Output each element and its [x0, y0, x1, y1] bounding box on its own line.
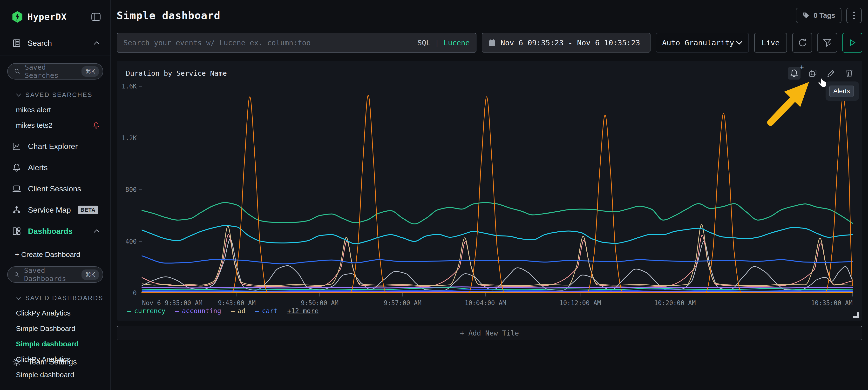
lucene-toggle[interactable]: Lucene: [444, 39, 470, 47]
svg-text:800: 800: [125, 186, 137, 193]
query-language-toggle: SQL | Lucene: [417, 39, 470, 47]
duplicate-tile-button[interactable]: [807, 67, 819, 79]
chevron-up-icon: [94, 229, 100, 233]
svg-text:1.6K: 1.6K: [122, 83, 137, 90]
sidebar: HyperDX Search Saved Searches ⌘K SAVED S…: [0, 0, 111, 390]
sidebar-collapse-icon[interactable]: [91, 12, 101, 21]
time-range-picker[interactable]: Nov 6 09:35:23 - Nov 6 10:35:23: [482, 33, 651, 53]
legend-item[interactable]: —currency: [127, 307, 165, 315]
add-new-tile-label: + Add New Tile: [460, 329, 519, 337]
edit-tile-button[interactable]: [825, 67, 837, 79]
saved-dashboard-item[interactable]: Simple Dashboard: [0, 324, 111, 333]
dashboard-label: Simple dashboard: [16, 371, 74, 379]
refresh-icon: [797, 38, 807, 47]
saved-searches-section[interactable]: SAVED SEARCHES: [0, 91, 111, 99]
saved-dashboards-input[interactable]: Saved Dashboards ⌘K: [7, 266, 103, 283]
chevron-down-icon: [16, 296, 21, 300]
nav-label: Client Sessions: [28, 185, 81, 193]
tile-title: Duration by Service Name: [126, 69, 227, 77]
saved-search-label: mikes tets2: [16, 121, 53, 129]
journal-search-icon: [12, 39, 21, 48]
chart-explorer-icon: [12, 142, 21, 151]
granularity-value: Auto Granularity: [662, 38, 734, 47]
sidebar-item-service-map[interactable]: Service Map BETA: [0, 199, 111, 221]
svg-text:9:43:00 AM: 9:43:00 AM: [218, 299, 256, 306]
sidebar-item-dashboards[interactable]: Dashboards: [0, 221, 111, 242]
brand-name: HyperDX: [28, 12, 67, 22]
live-button[interactable]: Live: [754, 33, 787, 53]
granularity-select[interactable]: Auto Granularity: [656, 33, 749, 53]
dashboard-menu-button[interactable]: [846, 8, 862, 23]
chevron-up-icon: [94, 41, 100, 45]
tag-icon: [802, 11, 810, 19]
tile-resize-handle[interactable]: [853, 313, 859, 318]
gear-icon: [12, 357, 21, 366]
saved-search-label: mikes alert: [16, 106, 51, 114]
section-label-text: SAVED SEARCHES: [25, 91, 92, 99]
legend-more-link[interactable]: +12 more: [287, 307, 318, 315]
saved-searches-input[interactable]: Saved Searches ⌘K: [7, 63, 103, 79]
toolbar: Search your events w/ Lucene ex. column:…: [117, 33, 862, 53]
dashboard-label: Simple Dashboard: [16, 324, 75, 333]
shortcut-badge: ⌘K: [82, 269, 99, 280]
create-alert-button[interactable]: +: [788, 67, 801, 79]
svg-text:1.2K: 1.2K: [122, 134, 137, 142]
saved-dashboards-section[interactable]: SAVED DASHBOARDS: [0, 294, 111, 302]
sidebar-item-team-settings[interactable]: Team Settings: [12, 357, 77, 366]
chevron-down-icon: [16, 93, 21, 97]
dashboard-header: Simple dashboard 0 Tags: [111, 0, 868, 23]
event-search-input[interactable]: Search your events w/ Lucene ex. column:…: [117, 33, 476, 53]
legend-item[interactable]: —accounting: [175, 307, 221, 315]
alerts-tooltip-label[interactable]: Alerts: [830, 86, 854, 97]
tile-actions: +: [788, 67, 855, 79]
legend-item[interactable]: —ad: [231, 307, 245, 315]
page-title: Simple dashboard: [117, 9, 220, 22]
delete-tile-button[interactable]: [843, 67, 855, 79]
add-new-tile-button[interactable]: + Add New Tile: [117, 326, 862, 340]
sidebar-item-alerts[interactable]: Alerts: [0, 157, 111, 178]
calendar-icon: [489, 39, 496, 46]
sidebar-item-chart-explorer[interactable]: Chart Explorer: [0, 136, 111, 157]
filter-button[interactable]: [817, 33, 837, 53]
svg-text:Nov 6 9:35:00 AM: Nov 6 9:35:00 AM: [142, 299, 202, 306]
sidebar-item-client-sessions[interactable]: Client Sessions: [0, 178, 111, 199]
chevron-down-icon: [736, 40, 743, 45]
hyperdx-logo-icon: [12, 11, 23, 23]
saved-dashboards-placeholder: Saved Dashboards: [24, 266, 78, 283]
hyperdx-app: { "sidebar": { "brand": "HyperDX", "sear…: [0, 0, 868, 390]
plus-icon: +: [800, 63, 804, 71]
alerts-tooltip: Alerts: [826, 82, 859, 101]
run-query-button[interactable]: [842, 33, 862, 53]
saved-search-item[interactable]: mikes tets2: [0, 121, 111, 129]
main-content: Simple dashboard 0 Tags Search your even…: [111, 0, 868, 390]
kebab-icon: [853, 11, 855, 20]
event-search-placeholder: Search your events w/ Lucene ex. column:…: [123, 39, 311, 47]
svg-text:9:50:00 AM: 9:50:00 AM: [301, 299, 339, 306]
chart-legend: —currency—accounting—ad—cart+12 more: [127, 307, 318, 315]
tags-button-label: 0 Tags: [813, 11, 835, 20]
saved-search-item[interactable]: mikes alert: [0, 106, 111, 114]
create-dashboard-button[interactable]: + Create Dashboard: [0, 251, 111, 259]
search-icon: [14, 271, 20, 278]
trash-icon: [845, 69, 853, 77]
dashboard-label: Simple dashboard: [16, 340, 79, 348]
dashboards-icon: [12, 227, 21, 236]
dashboard-label: ClickPy Analytics: [16, 309, 71, 317]
refresh-button[interactable]: [792, 33, 812, 53]
sidebar-item-search[interactable]: Search: [0, 39, 111, 56]
saved-dashboard-item-active[interactable]: Simple dashboard: [0, 340, 111, 348]
saved-dashboard-item[interactable]: Simple dashboard: [0, 371, 111, 379]
nav-label: Chart Explorer: [28, 142, 78, 151]
saved-dashboard-item[interactable]: ClickPy Analytics: [0, 309, 111, 317]
section-label-text: SAVED DASHBOARDS: [25, 294, 103, 302]
svg-text:400: 400: [125, 238, 137, 245]
legend-item[interactable]: —cart: [255, 307, 278, 315]
bell-icon: [12, 163, 21, 172]
nav-label: Dashboards: [28, 227, 72, 236]
alert-bell-add-icon: [789, 69, 799, 78]
tags-button[interactable]: 0 Tags: [796, 8, 841, 23]
alert-bell-icon: [93, 122, 100, 129]
nav-label: Team Settings: [28, 357, 77, 366]
duration-chart[interactable]: 04008001.2K1.6KNov 6 9:35:00 AM9:43:00 A…: [117, 79, 863, 308]
sql-toggle[interactable]: SQL: [417, 39, 430, 47]
